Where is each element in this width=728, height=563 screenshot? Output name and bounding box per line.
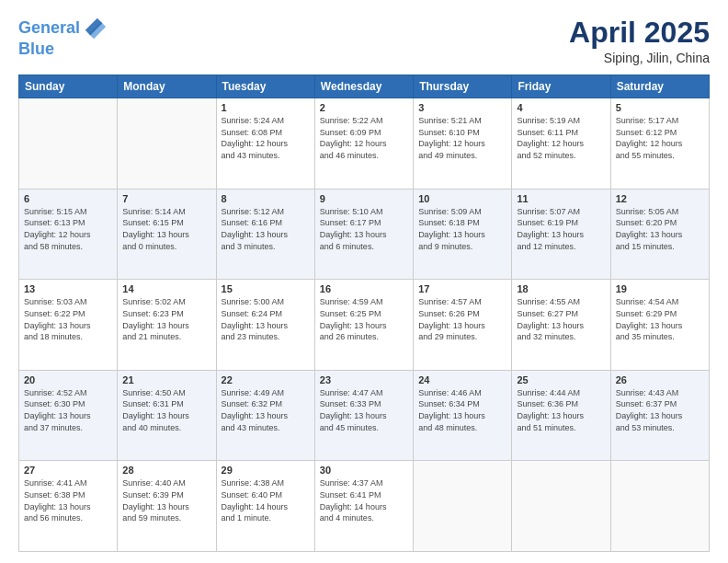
calendar-cell: 30Sunrise: 4:37 AMSunset: 6:41 PMDayligh… (314, 461, 413, 552)
day-info: Sunrise: 5:15 AMSunset: 6:13 PMDaylight:… (24, 206, 112, 252)
day-info: Sunrise: 5:24 AMSunset: 6:08 PMDaylight:… (222, 115, 310, 161)
day-info: Sunrise: 4:40 AMSunset: 6:39 PMDaylight:… (122, 477, 210, 523)
day-info: Sunrise: 5:02 AMSunset: 6:23 PMDaylight:… (122, 296, 210, 342)
day-info: Sunrise: 4:46 AMSunset: 6:34 PMDaylight:… (418, 387, 506, 433)
week-row-3: 13Sunrise: 5:03 AMSunset: 6:22 PMDayligh… (19, 280, 710, 371)
header: General Blue April 2025 Siping, Jilin, C… (18, 17, 710, 65)
day-number: 26 (616, 374, 704, 385)
calendar-cell: 14Sunrise: 5:02 AMSunset: 6:23 PMDayligh… (118, 280, 216, 371)
week-row-1: 1Sunrise: 5:24 AMSunset: 6:08 PMDaylight… (19, 98, 710, 190)
day-number: 20 (24, 374, 112, 385)
calendar-cell: 24Sunrise: 4:46 AMSunset: 6:34 PMDayligh… (414, 370, 512, 461)
day-number: 7 (122, 193, 210, 204)
day-number: 12 (616, 193, 704, 204)
week-row-4: 20Sunrise: 4:52 AMSunset: 6:30 PMDayligh… (19, 370, 710, 461)
day-number: 21 (122, 374, 210, 385)
calendar-cell: 1Sunrise: 5:24 AMSunset: 6:08 PMDaylight… (216, 98, 314, 190)
day-info: Sunrise: 4:47 AMSunset: 6:33 PMDaylight:… (320, 387, 408, 433)
day-number: 19 (616, 283, 704, 294)
day-number: 17 (418, 283, 506, 294)
calendar-cell: 16Sunrise: 4:59 AMSunset: 6:25 PMDayligh… (314, 280, 413, 371)
day-info: Sunrise: 4:38 AMSunset: 6:40 PMDaylight:… (222, 477, 310, 523)
day-number: 11 (517, 193, 605, 204)
day-number: 25 (517, 374, 605, 385)
calendar-cell: 15Sunrise: 5:00 AMSunset: 6:24 PMDayligh… (216, 280, 314, 371)
calendar-cell: 4Sunrise: 5:19 AMSunset: 6:11 PMDaylight… (512, 98, 610, 190)
calendar-cell: 19Sunrise: 4:54 AMSunset: 6:29 PMDayligh… (610, 280, 709, 371)
calendar-cell: 2Sunrise: 5:22 AMSunset: 6:09 PMDaylight… (314, 98, 413, 190)
day-number: 3 (418, 102, 506, 113)
calendar-cell: 20Sunrise: 4:52 AMSunset: 6:30 PMDayligh… (19, 370, 118, 461)
calendar-cell: 29Sunrise: 4:38 AMSunset: 6:40 PMDayligh… (216, 461, 314, 552)
calendar-cell: 11Sunrise: 5:07 AMSunset: 6:19 PMDayligh… (512, 189, 610, 280)
day-info: Sunrise: 5:09 AMSunset: 6:18 PMDaylight:… (418, 206, 506, 252)
day-info: Sunrise: 4:50 AMSunset: 6:31 PMDaylight:… (122, 387, 210, 433)
calendar-cell: 27Sunrise: 4:41 AMSunset: 6:38 PMDayligh… (19, 461, 118, 552)
day-number: 8 (222, 193, 310, 204)
day-number: 23 (320, 374, 408, 385)
day-number: 15 (222, 283, 310, 294)
day-number: 13 (24, 283, 112, 294)
day-number: 14 (122, 283, 210, 294)
weekday-header-tuesday: Tuesday (216, 75, 314, 98)
day-info: Sunrise: 4:55 AMSunset: 6:27 PMDaylight:… (517, 296, 605, 342)
calendar-subtitle: Siping, Jilin, China (569, 51, 710, 65)
day-number: 5 (616, 102, 704, 113)
calendar-cell: 17Sunrise: 4:57 AMSunset: 6:26 PMDayligh… (414, 280, 512, 371)
calendar-cell: 22Sunrise: 4:49 AMSunset: 6:32 PMDayligh… (216, 370, 314, 461)
calendar-title: April 2025 (569, 17, 710, 49)
day-info: Sunrise: 4:37 AMSunset: 6:41 PMDaylight:… (320, 477, 408, 523)
day-number: 28 (122, 465, 210, 476)
day-info: Sunrise: 4:43 AMSunset: 6:37 PMDaylight:… (616, 387, 704, 433)
day-info: Sunrise: 4:44 AMSunset: 6:36 PMDaylight:… (517, 387, 605, 433)
calendar-cell (414, 461, 512, 552)
day-number: 10 (418, 193, 506, 204)
day-info: Sunrise: 4:49 AMSunset: 6:32 PMDaylight:… (222, 387, 310, 433)
day-info: Sunrise: 5:22 AMSunset: 6:09 PMDaylight:… (320, 115, 408, 161)
day-info: Sunrise: 5:14 AMSunset: 6:15 PMDaylight:… (122, 206, 210, 252)
day-info: Sunrise: 4:41 AMSunset: 6:38 PMDaylight:… (24, 477, 112, 523)
day-info: Sunrise: 5:10 AMSunset: 6:17 PMDaylight:… (320, 206, 408, 252)
calendar-cell: 21Sunrise: 4:50 AMSunset: 6:31 PMDayligh… (118, 370, 216, 461)
calendar-page: General Blue April 2025 Siping, Jilin, C… (0, 0, 728, 563)
day-info: Sunrise: 5:07 AMSunset: 6:19 PMDaylight:… (517, 206, 605, 252)
day-info: Sunrise: 5:00 AMSunset: 6:24 PMDaylight:… (222, 296, 310, 342)
day-number: 6 (24, 193, 112, 204)
calendar-cell (512, 461, 610, 552)
day-info: Sunrise: 5:19 AMSunset: 6:11 PMDaylight:… (517, 115, 605, 161)
calendar-cell (610, 461, 709, 552)
day-number: 18 (517, 283, 605, 294)
day-info: Sunrise: 4:59 AMSunset: 6:25 PMDaylight:… (320, 296, 408, 342)
day-number: 29 (222, 465, 310, 476)
calendar-cell: 26Sunrise: 4:43 AMSunset: 6:37 PMDayligh… (610, 370, 709, 461)
logo-icon (82, 15, 108, 40)
day-number: 2 (320, 102, 408, 113)
day-number: 27 (24, 465, 112, 476)
calendar-cell: 5Sunrise: 5:17 AMSunset: 6:12 PMDaylight… (610, 98, 709, 190)
logo-text: General (18, 19, 80, 38)
day-info: Sunrise: 4:52 AMSunset: 6:30 PMDaylight:… (24, 387, 112, 433)
day-info: Sunrise: 5:17 AMSunset: 6:12 PMDaylight:… (616, 115, 704, 161)
calendar-cell: 8Sunrise: 5:12 AMSunset: 6:16 PMDaylight… (216, 189, 314, 280)
logo: General Blue (18, 17, 108, 59)
weekday-header-thursday: Thursday (414, 75, 512, 98)
calendar-cell: 10Sunrise: 5:09 AMSunset: 6:18 PMDayligh… (414, 189, 512, 280)
calendar-cell: 3Sunrise: 5:21 AMSunset: 6:10 PMDaylight… (414, 98, 512, 190)
day-number: 4 (517, 102, 605, 113)
weekday-header-sunday: Sunday (19, 75, 118, 98)
day-info: Sunrise: 5:21 AMSunset: 6:10 PMDaylight:… (418, 115, 506, 161)
calendar-cell: 6Sunrise: 5:15 AMSunset: 6:13 PMDaylight… (19, 189, 118, 280)
calendar-cell (19, 98, 118, 190)
calendar-cell: 23Sunrise: 4:47 AMSunset: 6:33 PMDayligh… (314, 370, 413, 461)
day-number: 9 (320, 193, 408, 204)
calendar-cell: 25Sunrise: 4:44 AMSunset: 6:36 PMDayligh… (512, 370, 610, 461)
day-number: 1 (222, 102, 310, 113)
week-row-2: 6Sunrise: 5:15 AMSunset: 6:13 PMDaylight… (19, 189, 710, 280)
day-info: Sunrise: 4:57 AMSunset: 6:26 PMDaylight:… (418, 296, 506, 342)
day-number: 22 (222, 374, 310, 385)
weekday-header-row: SundayMondayTuesdayWednesdayThursdayFrid… (19, 75, 710, 98)
day-number: 30 (320, 465, 408, 476)
day-info: Sunrise: 5:03 AMSunset: 6:22 PMDaylight:… (24, 296, 112, 342)
title-block: April 2025 Siping, Jilin, China (569, 17, 710, 65)
calendar-cell: 12Sunrise: 5:05 AMSunset: 6:20 PMDayligh… (610, 189, 709, 280)
